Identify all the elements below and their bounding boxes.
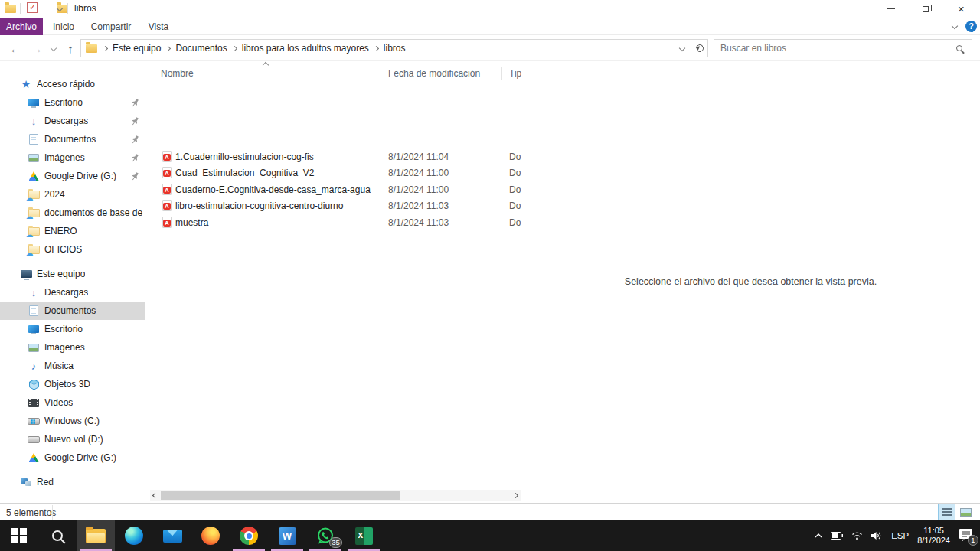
taskbar-edge[interactable] — [115, 520, 153, 551]
scrollbar-thumb[interactable] — [161, 491, 400, 500]
status-divider — [52, 505, 53, 520]
up-button[interactable]: ↑ — [61, 35, 80, 61]
address-bar[interactable]: Este equipo Documentos libros para los a… — [80, 39, 708, 57]
sidebar-section-red[interactable]: Red — [0, 473, 145, 491]
refresh-button[interactable] — [691, 40, 707, 57]
taskbar-chrome[interactable] — [230, 520, 268, 551]
pdf-icon — [162, 200, 172, 211]
maximize-button[interactable] — [908, 0, 942, 18]
scroll-right-icon[interactable] — [511, 490, 521, 501]
column-headers: Nombre Fecha de modificación Tipo — [145, 65, 521, 82]
details-view-icon — [942, 508, 952, 516]
taskbar-search-button[interactable] — [38, 520, 77, 551]
sidebar-item-videos[interactable]: Vídeos — [0, 393, 145, 412]
sidebar-item-musica[interactable]: ♪ Música — [0, 357, 145, 375]
scroll-left-icon[interactable] — [150, 490, 160, 501]
search-icon[interactable] — [956, 45, 962, 51]
recent-locations-icon[interactable] — [47, 35, 60, 61]
sidebar-section-quick-access[interactable]: ★ Acceso rápido — [0, 75, 145, 93]
file-list-pane: Nombre Fecha de modificación Tipo 1.Cuad… — [145, 61, 521, 503]
horizontal-scrollbar[interactable] — [150, 490, 521, 501]
breadcrumb-libros[interactable]: libros — [378, 43, 411, 54]
cloud-folder-icon — [28, 191, 40, 199]
action-center-button[interactable]: 1 — [959, 528, 975, 543]
sidebar-item-windows-c[interactable]: Windows (C:) — [0, 412, 145, 430]
close-button[interactable]: × — [944, 0, 978, 18]
tab-vista[interactable]: Vista — [138, 18, 179, 35]
system-tray: ESP 11:05 8/1/2024 1 — [815, 520, 975, 551]
sidebar-item-nuevo-vol-d[interactable]: Nuevo vol (D:) — [0, 430, 145, 448]
breadcrumb-libros-adultos[interactable]: libros para los adultos mayores — [237, 43, 374, 54]
taskbar-firefox[interactable] — [191, 520, 230, 551]
clock[interactable]: 11:05 8/1/2024 — [917, 526, 950, 546]
wifi-icon[interactable] — [851, 531, 863, 540]
column-header-tipo[interactable]: Tipo — [509, 68, 521, 79]
tray-expand-icon[interactable] — [815, 533, 822, 538]
sidebar-item-documentos-qa[interactable]: Documentos — [0, 130, 145, 148]
tab-compartir[interactable]: Compartir — [84, 18, 138, 35]
items-count: 5 elementos — [6, 507, 56, 518]
sidebar-item-enero[interactable]: ENERO — [0, 222, 145, 240]
search-input[interactable] — [714, 43, 956, 54]
status-bar: 5 elementos — [0, 503, 980, 520]
edge-icon — [125, 527, 143, 545]
volume-icon[interactable] — [871, 531, 883, 540]
file-row[interactable]: muestra 8/1/2024 11:03 Do — [145, 214, 521, 230]
sidebar-item-descargas-qa[interactable]: ↓ Descargas — [0, 112, 145, 130]
breadcrumb-documentos[interactable]: Documentos — [170, 43, 232, 54]
file-row[interactable]: Cuaderno-E.Cognitiva-desde-casa_marca-ag… — [145, 181, 521, 197]
sidebar-item-2024[interactable]: 2024 — [0, 185, 145, 204]
sidebar-item-oficios[interactable]: OFICIOS — [0, 240, 145, 259]
sidebar-item-google-drive[interactable]: Google Drive (G:) — [0, 448, 145, 467]
forward-button[interactable]: → — [28, 35, 46, 61]
google-drive-icon — [29, 171, 39, 181]
pdf-icon — [162, 217, 172, 228]
sidebar-item-imagenes[interactable]: Imágenes — [0, 338, 145, 357]
details-view-button[interactable] — [938, 504, 956, 520]
sidebar-item-google-drive-qa[interactable]: Google Drive (G:) — [0, 167, 145, 185]
thumbnail-view-button[interactable] — [957, 504, 975, 520]
sidebar-item-objetos-3d[interactable]: Objetos 3D — [0, 375, 145, 393]
address-dropdown-button[interactable] — [674, 40, 691, 57]
language-indicator[interactable]: ESP — [891, 531, 909, 540]
column-header-nombre[interactable]: Nombre — [161, 68, 194, 79]
column-divider — [501, 67, 502, 80]
qat-checkbox-icon[interactable] — [27, 2, 38, 13]
minimize-button[interactable] — [874, 0, 908, 18]
start-button[interactable] — [0, 520, 38, 551]
sidebar-section-este-equipo[interactable]: Este equipo — [0, 265, 145, 283]
cloud-folder-icon — [28, 246, 40, 254]
taskbar-file-explorer[interactable] — [77, 520, 115, 551]
file-row[interactable]: 1.Cuadernillo-estimulacion-cog-fis 8/1/2… — [145, 148, 521, 165]
taskbar-word[interactable] — [268, 520, 306, 551]
windows-logo-icon — [11, 528, 27, 543]
sidebar-item-documentos-base[interactable]: documentos de base de c — [0, 204, 145, 222]
file-row[interactable]: Cuad_Estimulacion_Cognitiva_V2 8/1/2024 … — [145, 165, 521, 181]
navigation-pane: ★ Acceso rápido Escritorio ↓ Descargas D… — [0, 61, 145, 503]
search-box[interactable] — [714, 39, 972, 57]
back-button[interactable]: ← — [6, 35, 24, 61]
tab-inicio[interactable]: Inicio — [43, 18, 84, 35]
pin-icon — [132, 154, 139, 162]
pdf-icon — [162, 184, 172, 195]
sidebar-item-escritorio-pc[interactable]: Escritorio — [0, 320, 145, 338]
battery-icon[interactable] — [831, 532, 843, 540]
picture-icon — [28, 154, 39, 162]
document-icon — [29, 305, 38, 316]
file-explorer-icon — [86, 529, 106, 543]
taskbar-whatsapp[interactable]: 35 — [306, 520, 345, 551]
ribbon-expand-icon[interactable] — [952, 23, 958, 29]
help-icon[interactable]: ? — [965, 21, 977, 32]
breadcrumb-este-equipo[interactable]: Este equipo — [107, 43, 166, 54]
pin-icon — [132, 117, 139, 126]
taskbar-mail[interactable] — [153, 520, 191, 551]
taskbar-excel[interactable] — [345, 520, 383, 551]
sidebar-item-documentos[interactable]: Documentos — [0, 302, 145, 320]
sidebar-item-imagenes-qa[interactable]: Imágenes — [0, 148, 145, 167]
column-header-fecha[interactable]: Fecha de modificación — [388, 68, 480, 79]
sidebar-item-descargas[interactable]: ↓ Descargas — [0, 283, 145, 302]
sidebar-item-escritorio[interactable]: Escritorio — [0, 93, 145, 112]
file-row[interactable]: libro-estimulacion-cognitiva-centro-diur… — [145, 197, 521, 214]
tab-archivo[interactable]: Archivo — [0, 18, 43, 35]
cloud-folder-icon — [28, 209, 40, 217]
